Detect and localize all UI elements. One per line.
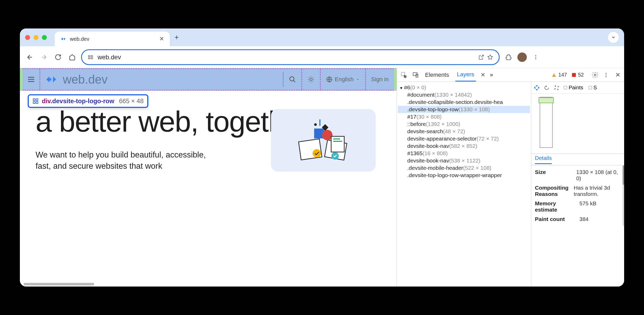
inspect-icon[interactable]	[400, 72, 407, 78]
tab-webdev[interactable]: web.dev ✕	[55, 32, 170, 46]
pan-icon[interactable]	[534, 85, 540, 91]
hero-body: We want to help you build beautiful, acc…	[36, 149, 213, 172]
tree-row[interactable]: .devsite-top-logo-row(1330 × 108)	[398, 106, 530, 113]
tree-row[interactable]: #6(0 × 0)	[398, 84, 530, 91]
svg-point-24	[313, 149, 321, 158]
traffic-lights	[25, 35, 47, 40]
signin-link[interactable]: Sign in	[366, 69, 394, 90]
more-tabs-icon[interactable]: »	[490, 72, 493, 78]
svg-rect-29	[572, 73, 576, 77]
tree-row[interactable]: #document(1330 × 14842)	[398, 91, 530, 98]
theme-toggle[interactable]	[302, 69, 321, 90]
svg-rect-20	[319, 119, 320, 126]
device-toggle-icon[interactable]	[412, 72, 419, 78]
svg-point-31	[606, 73, 607, 74]
omnibox[interactable]: web.dev	[81, 49, 500, 65]
vertical-scrollbar[interactable]	[623, 165, 624, 226]
viz-document	[540, 97, 553, 148]
fullscreen-window-button[interactable]	[42, 35, 47, 40]
slow-checkbox[interactable]: S	[589, 85, 597, 91]
svg-point-30	[594, 74, 596, 76]
tab-strip: web.dev ✕ +	[20, 28, 624, 46]
chevron-down-icon	[356, 77, 360, 81]
tab-details[interactable]: Details	[535, 155, 552, 164]
open-external-icon[interactable]	[478, 54, 484, 60]
detail-row: Paint count384	[535, 214, 620, 224]
tree-row[interactable]: devsite-book-nav(538 × 1122)	[398, 157, 530, 164]
brightness-icon	[307, 76, 315, 83]
tree-row[interactable]: .devsite-collapsible-section.devsite-hea	[398, 98, 530, 106]
signin-label: Sign in	[371, 76, 389, 83]
tree-row[interactable]: .devsite-top-logo-row-wrapper-wrapper	[398, 172, 530, 179]
layers-3d-view[interactable]	[531, 94, 624, 154]
tab-layers[interactable]: Layers	[455, 68, 476, 81]
close-devtools-icon[interactable]: ✕	[615, 71, 620, 79]
tab-elements[interactable]: Elements	[423, 72, 451, 78]
logo-text: web.dev	[63, 72, 108, 86]
svg-point-5	[535, 57, 536, 58]
close-window-button[interactable]	[25, 35, 30, 40]
viz-selected-layer	[539, 97, 554, 103]
site-favicon	[60, 36, 67, 42]
devtools-panel: Elements Layers ✕ » 147 52 ✕ #6(0 × 0)#d…	[397, 68, 624, 287]
tree-row[interactable]: #1365(16 × 808)	[398, 150, 530, 157]
svg-rect-3	[91, 57, 93, 59]
page-viewport: web.dev English Sign in	[20, 68, 397, 287]
tree-row[interactable]: #17(30 × 808)	[398, 113, 530, 120]
detail-row: Size1330 × 108 (at 0, 0)	[535, 167, 620, 183]
minimize-window-button[interactable]	[33, 35, 38, 40]
svg-point-7	[290, 77, 294, 81]
tree-row[interactable]: devsite-book-nav(582 × 852)	[398, 142, 530, 150]
search-button[interactable]	[284, 69, 302, 90]
issues-count[interactable]: 147 52	[551, 72, 584, 78]
tree-row[interactable]: devsite-appearance-selector(72 × 72)	[398, 135, 530, 142]
back-button[interactable]	[25, 52, 35, 62]
site-logo[interactable]: web.dev	[40, 72, 284, 87]
layers-side-panel: Paints S Details	[531, 82, 624, 287]
hero-illustration	[271, 109, 376, 172]
layers-side-toolbar: Paints S	[531, 82, 624, 94]
tree-row[interactable]: .devsite-mobile-header(522 × 108)	[398, 164, 530, 172]
detail-row: Compositing ReasonsHas a trivial 3d tran…	[535, 183, 620, 199]
svg-rect-0	[88, 55, 90, 57]
detail-row: Memory estimate575 kB	[535, 199, 620, 214]
language-selector[interactable]: English	[321, 69, 366, 90]
window-dropdown[interactable]	[608, 32, 619, 43]
extensions-icon[interactable]	[503, 52, 514, 62]
devtools-menu-icon[interactable]	[603, 72, 609, 78]
devtools-body: #6(0 × 0)#document(1330 × 14842).devsite…	[397, 82, 624, 287]
hamburger-menu[interactable]	[22, 69, 40, 90]
warning-icon	[551, 72, 557, 78]
layers-tree[interactable]: #6(0 × 0)#document(1330 × 14842).devsite…	[397, 82, 531, 287]
profile-avatar[interactable]	[517, 52, 527, 62]
reset-view-icon[interactable]	[554, 85, 560, 91]
webdev-logo-icon	[44, 72, 59, 87]
page-header-highlighted: web.dev English Sign in	[20, 68, 397, 91]
svg-point-6	[535, 58, 536, 59]
tab-title: web.dev	[70, 36, 156, 42]
new-tab-button[interactable]: +	[174, 33, 179, 42]
paints-checkbox[interactable]: Paints	[564, 85, 583, 91]
reload-button[interactable]	[53, 52, 63, 62]
browser-menu-icon[interactable]	[530, 52, 541, 62]
hero-section: a better web, together We want to help y…	[20, 91, 397, 172]
close-tab-icon[interactable]: ✕	[159, 36, 164, 42]
tree-row[interactable]: ::before(1392 × 1000)	[398, 120, 530, 128]
close-tab-icon[interactable]: ✕	[481, 72, 485, 78]
browser-toolbar: web.dev	[20, 46, 624, 68]
tree-row[interactable]: devsite-search(48 × 72)	[398, 128, 530, 135]
rotate-icon[interactable]	[544, 85, 550, 91]
bookmark-star-icon[interactable]	[487, 54, 493, 60]
forward-button[interactable]	[39, 52, 49, 62]
content-area: web.dev English Sign in	[20, 68, 624, 287]
site-settings-icon[interactable]	[88, 54, 93, 60]
svg-rect-1	[91, 55, 93, 57]
settings-icon[interactable]	[592, 72, 598, 78]
svg-rect-2	[88, 57, 90, 59]
url-text: web.dev	[98, 54, 474, 61]
layer-details: Size1330 × 108 (at 0, 0)Compositing Reas…	[531, 165, 624, 226]
language-label: English	[335, 76, 354, 83]
svg-rect-23	[333, 141, 342, 142]
home-button[interactable]	[67, 52, 77, 62]
svg-rect-22	[333, 138, 340, 139]
